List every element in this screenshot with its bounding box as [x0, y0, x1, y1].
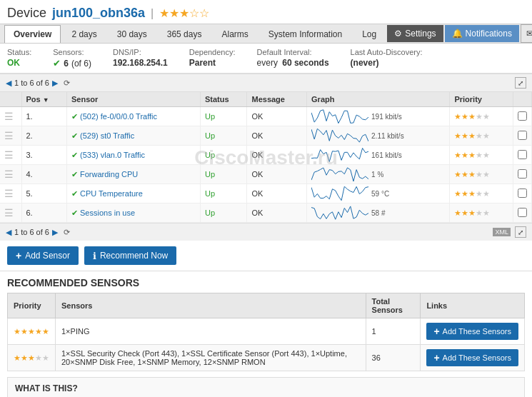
- device-prefix: Device: [7, 6, 46, 21]
- sensor-cell-3: ✔ Forwarding CPU: [66, 165, 200, 184]
- row-checkbox-cell-5[interactable]: [513, 203, 532, 223]
- nav-refresh-bottom[interactable]: ⟳: [64, 228, 70, 237]
- sensor-cell-5: ✔ Sessions in use: [66, 203, 200, 223]
- nav-prev-bottom[interactable]: ◀: [6, 228, 11, 237]
- drag-handle-icon: ☰: [4, 111, 14, 122]
- row-checkbox-4[interactable]: [518, 189, 527, 198]
- sensor-status-icon-4: ✔: [71, 189, 78, 198]
- tab-log[interactable]: Log: [353, 25, 386, 43]
- messages-tab[interactable]: ✉: [521, 24, 532, 43]
- row-checkbox-5[interactable]: [518, 208, 527, 217]
- col-pos[interactable]: Pos ▼: [21, 92, 66, 107]
- tab-system-information[interactable]: System Information: [259, 25, 351, 43]
- sensor-status-icon-2: ✔: [71, 151, 78, 159]
- expand-table-bottom-icon[interactable]: ⤢: [515, 226, 526, 238]
- sensors-total: (of 6): [71, 59, 91, 69]
- rec-col-sensors: Sensors: [56, 293, 366, 318]
- sensor-status-icon-0: ✔: [71, 112, 78, 121]
- message-cell-4: OK: [247, 184, 307, 203]
- bottom-right: XML ⤢: [493, 226, 526, 238]
- sensors-count: 6: [64, 59, 69, 69]
- col-checkbox: [513, 92, 532, 107]
- action-bar: + Add Sensor ℹ Recommend Now: [0, 241, 532, 271]
- row-checkbox-cell-4[interactable]: [513, 184, 532, 203]
- tab-2days[interactable]: 2 days: [62, 25, 106, 43]
- rec-total-0: 1: [366, 318, 421, 345]
- device-header: Device jun100_obn36a | ★★★☆☆: [0, 0, 532, 24]
- recommended-title: RECOMMENDED SENSORS: [7, 277, 525, 288]
- pipe-separator: |: [151, 7, 154, 20]
- graph-container-3: 1 %: [311, 167, 445, 181]
- row-checkbox-cell-2[interactable]: [513, 146, 532, 165]
- add-sensors-button-0[interactable]: + Add These Sensors: [426, 323, 518, 340]
- sensor-link-3[interactable]: Forwarding CPU: [80, 170, 138, 179]
- message-cell-0: OK: [247, 107, 307, 126]
- rec-sensors-1: 1×SSL Security Check (Port 443), 1×SSL C…: [56, 345, 366, 371]
- table-row: ☰ 5. ✔ CPU Temperature Up OK 59 °C ★★★★★: [0, 184, 532, 203]
- sensor-link-5[interactable]: Sessions in use: [80, 208, 135, 217]
- add-sensor-button[interactable]: + Add Sensor: [7, 246, 79, 265]
- sensors-label: Sensors:: [53, 48, 91, 56]
- nav-buttons-top: ◀ 1 to 6 of 6 ▶ ⟳: [6, 79, 70, 88]
- priority-stars-1: ★★★★★: [454, 131, 490, 140]
- graph-cell-1: 2.11 kbit/s: [307, 126, 450, 146]
- priority-stars-0: ★★★★★: [454, 112, 490, 121]
- autodiscovery-value: (never): [351, 58, 423, 68]
- graph-value-3: 1 %: [371, 171, 383, 179]
- nav-buttons-bottom: ◀ 1 to 6 of 6 ▶ ⟳: [6, 228, 70, 237]
- row-checkbox-cell-0[interactable]: [513, 107, 532, 126]
- table-row: ☰ 2. ✔ (529) st0 Traffic Up OK 2.11 kbit…: [0, 126, 532, 146]
- graph-container-1: 2.11 kbit/s: [311, 129, 445, 143]
- sensor-link-1[interactable]: (529) st0 Traffic: [80, 131, 134, 140]
- tab-settings[interactable]: ⚙ Settings: [387, 25, 443, 42]
- sort-icon-pos: ▼: [43, 96, 49, 104]
- nav-next-icon[interactable]: ▶: [52, 79, 58, 88]
- status-cell-1: Up: [200, 126, 247, 146]
- row-checkbox-cell-3[interactable]: [513, 165, 532, 184]
- autodiscovery-label: Last Auto-Discovery:: [351, 48, 423, 56]
- sensor-link-4[interactable]: CPU Temperature: [80, 189, 143, 198]
- table-nav-top: ◀ 1 to 6 of 6 ▶ ⟳ ⤢: [0, 74, 532, 92]
- col-drag: [0, 92, 21, 107]
- col-sensor[interactable]: Sensor: [66, 92, 200, 107]
- col-status[interactable]: Status: [200, 92, 247, 107]
- info-title: WHAT IS THIS?: [15, 383, 517, 393]
- row-checkbox-0[interactable]: [518, 111, 527, 121]
- rec-sensors-0: 1×PING: [56, 318, 366, 345]
- tab-30days[interactable]: 30 days: [108, 25, 156, 43]
- status-item-dependency: Dependency: Parent: [189, 48, 236, 68]
- tab-365days[interactable]: 365 days: [158, 25, 211, 43]
- tab-notifications[interactable]: 🔔 Notifications: [445, 25, 519, 42]
- recommend-now-button[interactable]: ℹ Recommend Now: [84, 246, 176, 265]
- rec-links-0: + Add These Sensors: [421, 318, 525, 345]
- row-checkbox-cell-1[interactable]: [513, 126, 532, 146]
- sensor-link-0[interactable]: (502) fe-0/0/0.0 Traffic: [80, 112, 157, 121]
- nav-next-bottom[interactable]: ▶: [52, 228, 58, 237]
- status-item-dns: DNS/IP: 192.168.254.1: [113, 48, 168, 68]
- xml-badge[interactable]: XML: [493, 228, 511, 236]
- col-graph[interactable]: Graph: [307, 92, 450, 107]
- sensor-cell-4: ✔ CPU Temperature: [66, 184, 200, 203]
- drag-handle-cell: ☰: [0, 126, 21, 146]
- col-priority[interactable]: Priority: [450, 92, 513, 107]
- status-cell-0: Up: [200, 107, 247, 126]
- status-bar: Status: OK Sensors: ✔ 6 (of 6) DNS/IP: 1…: [0, 44, 532, 74]
- nav-refresh-icon[interactable]: ⟳: [64, 79, 70, 88]
- graph-cell-0: 191 kbit/s: [307, 107, 450, 126]
- row-checkbox-3[interactable]: [518, 169, 527, 179]
- nav-prev-icon[interactable]: ◀: [6, 79, 11, 88]
- table-header-row: Pos ▼ Sensor Status Message Graph Priori…: [0, 92, 532, 107]
- rec-links-1: + Add These Sensors: [421, 345, 525, 371]
- sensor-cell-2: ✔ (533) vlan.0 Traffic: [66, 146, 200, 165]
- sensors-check-icon: ✔: [53, 58, 61, 69]
- tab-overview[interactable]: Overview: [4, 25, 61, 43]
- expand-table-icon[interactable]: ⤢: [515, 77, 526, 89]
- add-sensors-button-1[interactable]: + Add These Sensors: [426, 349, 518, 366]
- tab-alarms[interactable]: Alarms: [212, 25, 257, 43]
- sensor-link-2[interactable]: (533) vlan.0 Traffic: [80, 151, 145, 159]
- row-checkbox-1[interactable]: [518, 131, 527, 140]
- row-checkbox-2[interactable]: [518, 150, 527, 159]
- interval-label: Default Interval:: [257, 48, 329, 56]
- message-cell-2: OK: [247, 146, 307, 165]
- col-message[interactable]: Message: [247, 92, 307, 107]
